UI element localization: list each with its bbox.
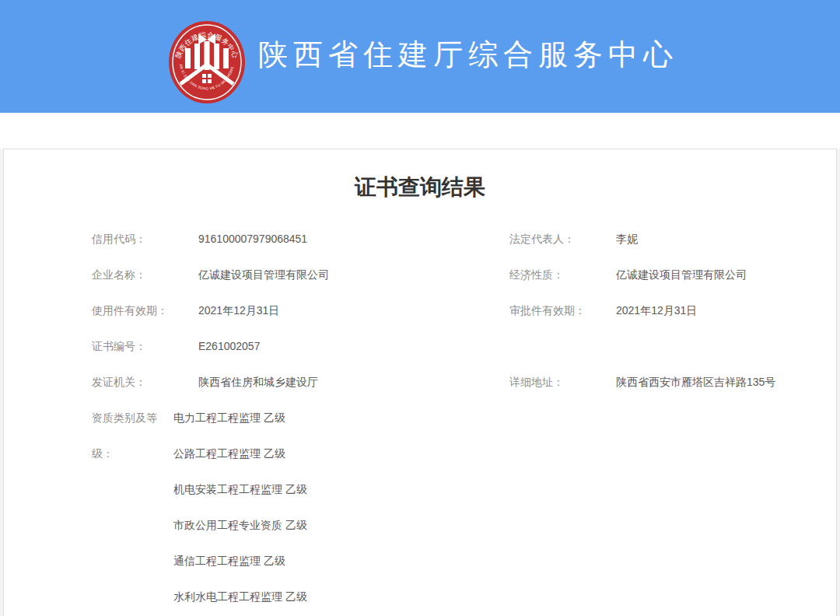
site-title: 陕西省住建厅综合服务中心	[258, 35, 678, 75]
field-value: 陕西省西安市雁塔区吉祥路135号	[616, 364, 775, 400]
field-label: 信用代码：	[92, 221, 173, 257]
field-row-usage-validity: 使用件有效期： 2021年12月31日	[92, 292, 509, 328]
field-label: 企业名称：	[92, 257, 173, 292]
field-label: 证书编号：	[92, 328, 173, 364]
field-label: 法定代表人：	[509, 221, 591, 257]
field-label: 详细地址：	[509, 364, 591, 400]
field-value: E261002057	[198, 328, 260, 364]
field-value: 陕西省住房和城乡建设厅	[198, 364, 318, 400]
field-value: 2021年12月31日	[198, 292, 279, 328]
field-row-certificate-no: 证书编号： E261002057	[92, 328, 509, 364]
field-row-legal-representative: 法定代表人： 李妮	[509, 221, 836, 257]
qualification-item: 市政公用工程专业资质 乙级	[173, 507, 509, 543]
field-value: 亿诚建设项目管理有限公司	[616, 257, 747, 292]
field-label: 使用件有效期：	[92, 292, 173, 328]
field-value: 916100007979068451	[198, 221, 307, 257]
qualification-item: 水利水电工程工程监理 乙级	[173, 579, 509, 614]
row-spacer	[509, 328, 836, 364]
field-label: 经济性质：	[509, 257, 591, 292]
field-label: 发证机关：	[92, 364, 173, 400]
agency-seal-logo: 陕西住建综合服务中心 SHAN XI ZHU JIAN ZONG HE FU W…	[168, 20, 246, 104]
field-value: 李妮	[616, 221, 638, 257]
qualification-section: 资质类别及等级： 电力工程工程监理 乙级 公路工程工程监理 乙级 机电安装工程工…	[92, 400, 509, 614]
page-title: 证书查询结果	[4, 176, 836, 199]
result-card: 证书查询结果 信用代码： 916100007979068451 企业名称： 亿诚…	[3, 149, 837, 616]
field-row-company-name: 企业名称： 亿诚建设项目管理有限公司	[92, 257, 509, 292]
field-label: 资质类别及等级：	[92, 400, 173, 614]
header-bar: 陕西住建综合服务中心 SHAN XI ZHU JIAN ZONG HE FU W…	[0, 0, 840, 113]
field-row-credit-code: 信用代码： 916100007979068451	[92, 221, 509, 257]
fields-column-left: 信用代码： 916100007979068451 企业名称： 亿诚建设项目管理有…	[92, 221, 509, 614]
field-row-detailed-address: 详细地址： 陕西省西安市雁塔区吉祥路135号	[509, 364, 836, 400]
fields-column-right: 法定代表人： 李妮 经济性质： 亿诚建设项目管理有限公司 审批件有效期： 202…	[509, 221, 836, 614]
sub-header-strip	[0, 113, 840, 149]
field-row-approval-validity: 审批件有效期： 2021年12月31日	[509, 292, 836, 328]
fields-area: 信用代码： 916100007979068451 企业名称： 亿诚建设项目管理有…	[4, 221, 836, 614]
field-row-issuing-authority: 发证机关： 陕西省住房和城乡建设厅	[92, 364, 509, 400]
qualification-item: 机电安装工程工程监理 乙级	[173, 471, 509, 507]
field-value: 亿诚建设项目管理有限公司	[198, 257, 329, 292]
field-label: 审批件有效期：	[509, 292, 591, 328]
qualification-list: 电力工程工程监理 乙级 公路工程工程监理 乙级 机电安装工程工程监理 乙级 市政…	[173, 400, 509, 614]
qualification-item: 电力工程工程监理 乙级	[173, 400, 509, 436]
field-value: 2021年12月31日	[616, 292, 697, 328]
field-row-economic-nature: 经济性质： 亿诚建设项目管理有限公司	[509, 257, 836, 292]
qualification-item: 公路工程工程监理 乙级	[173, 436, 509, 471]
qualification-item: 通信工程工程监理 乙级	[173, 543, 509, 579]
